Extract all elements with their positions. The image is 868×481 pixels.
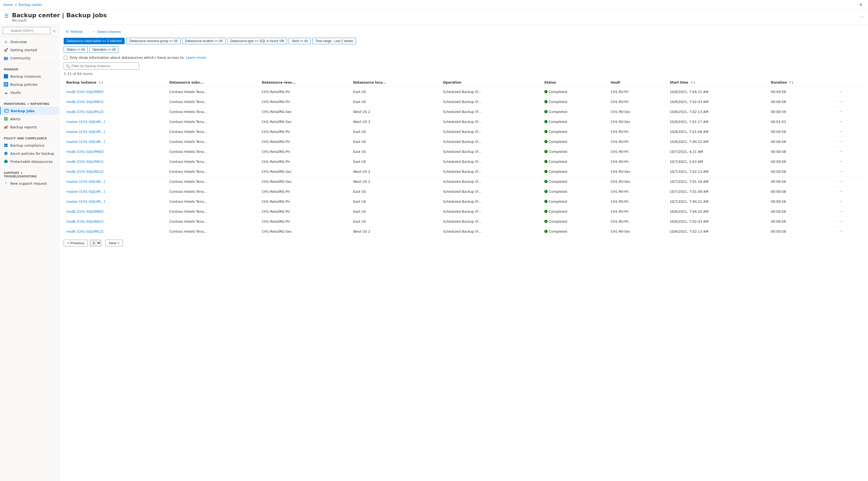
filter-type[interactable]: Datasource type == SQL in Azure VM [227,38,287,44]
cell-more[interactable]: ··· [835,206,864,217]
cell-more[interactable]: ··· [835,177,864,187]
cell-instance[interactable]: master [CH1-SQLVM...] [64,187,167,197]
filter-operation[interactable]: Operation == All [89,46,118,53]
sidebar-collapse-button[interactable]: « [52,28,56,34]
row-more-button[interactable]: ··· [838,138,844,145]
sidebar-item-azure-policies[interactable]: Azure policies for backup [0,149,59,157]
sidebar-item-backup-instances[interactable]: Backup instances [0,72,59,81]
cell-vault: CH1-RV-Pri [608,206,667,217]
col-duration[interactable]: Duration ↑↓ [768,78,835,87]
cell-instance[interactable]: msdb [CH1-SQLVM12] [64,167,167,177]
table-row: msdb [CH1-SQLVM01] Contoso Hotels Tena..… [64,157,864,167]
sidebar-item-community[interactable]: 👥 Community [0,54,59,62]
cell-more[interactable]: ··· [835,187,864,197]
cell-instance[interactable]: msdb [CH1-SQLVM00] [64,147,167,157]
page-select[interactable]: 1 2 3 4 5 6 [90,240,101,247]
cell-more[interactable]: ··· [835,147,864,157]
sidebar-item-backup-policies[interactable]: Backup policies [0,81,59,89]
learn-more-link[interactable]: Learn more. [186,56,207,60]
cell-instance[interactable]: master [CH1-SQLVM...] [64,177,167,187]
row-more-button[interactable]: ··· [838,209,844,214]
cell-instance[interactable]: msdb [CH1-SQLVM01] [64,157,167,167]
sidebar-item-backup-reports[interactable]: Backup reports [0,123,59,131]
row-more-button[interactable]: ··· [838,129,844,134]
cell-instance[interactable]: msdb [CH1-SQLVM12] [64,107,167,117]
cell-start-time: 10/7/2021, 7:02:13 AM [667,167,768,177]
row-more-button[interactable]: ··· [838,89,844,95]
filter-resource-group[interactable]: Datasource resource group == All [126,38,181,44]
filter-location[interactable]: Datasource location == All [182,38,225,44]
backup-instances-icon [4,74,8,78]
row-more-button[interactable]: ··· [838,198,844,204]
row-more-button[interactable]: ··· [838,159,844,164]
cell-operation: Scheduled Backup (F... [440,226,541,236]
cell-more[interactable]: ··· [835,117,864,127]
filter-status[interactable]: Status == All [64,46,88,53]
sidebar-item-vaults[interactable]: ☁ Vaults [0,89,59,97]
row-more-button[interactable]: ··· [838,168,844,174]
cell-more[interactable]: ··· [835,226,864,236]
sidebar-nav: ⊙ Overview 🚀 Getting started 👥 Community… [0,37,59,189]
cell-instance[interactable]: master [CH1-SQLVM...] [64,137,167,147]
sidebar-item-backup-compliance[interactable]: Backup compliance [0,141,59,149]
filter-input[interactable] [64,62,139,70]
row-more-button[interactable]: ··· [838,228,844,234]
cell-instance[interactable]: msdb [CH1-SQLVM01] [64,217,167,226]
sidebar-item-backup-jobs[interactable]: Backup jobs [0,107,59,115]
cell-more[interactable]: ··· [835,217,864,226]
search-input[interactable] [3,27,51,34]
cell-location: West US 2 [350,107,440,117]
col-start-time[interactable]: Start time ↑↓ [667,78,768,87]
status-completed: Completed [544,110,605,114]
cell-instance[interactable]: master [CH1-SQLVM...] [64,197,167,206]
datasource-access-checkbox[interactable] [64,56,67,60]
backup-jobs-table: Backup instance ↑↓ Datasource subs... Da… [64,78,864,236]
more-options-icon[interactable]: ··· [860,14,864,20]
cell-instance[interactable]: msdb [CH1-SQLVM00] [64,87,167,97]
cell-more[interactable]: ··· [835,107,864,117]
cell-status: Completed [541,167,608,177]
cell-instance[interactable]: msdb [CH1-SQLVM01] [64,97,167,107]
cell-more[interactable]: ··· [835,127,864,137]
cell-more[interactable]: ··· [835,137,864,147]
cell-vault: CH1-RV-Sec [608,226,667,236]
refresh-button[interactable]: ↻ Refresh [64,28,85,35]
cell-instance[interactable]: master [CH1-SQLVM...] [64,127,167,137]
breadcrumb-home[interactable]: Home [3,3,13,7]
row-more-button[interactable]: ··· [838,99,844,105]
hamburger-icon[interactable]: ☰ [4,13,9,19]
sidebar-item-overview[interactable]: ⊙ Overview [0,38,59,46]
row-more-button[interactable]: ··· [838,109,844,115]
row-more-button[interactable]: ··· [838,119,844,125]
cell-instance[interactable]: master [CH1-SQLVM...] [64,117,167,127]
cell-more[interactable]: ··· [835,197,864,206]
prev-page-button[interactable]: < Previous [64,240,88,247]
filter-vault[interactable]: Vault == All [289,38,311,44]
row-more-button[interactable]: ··· [838,179,844,185]
row-more-button[interactable]: ··· [838,189,844,194]
cell-subs: Contoso Hotels Tena... [167,197,259,206]
cell-more[interactable]: ··· [835,167,864,177]
cell-more[interactable]: ··· [835,97,864,107]
filter-time-range[interactable]: Time range : Last 2 weeks [312,38,356,44]
sidebar-item-alerts[interactable]: Alerts [0,115,59,123]
cell-instance[interactable]: msdb [CH1-SQLVM12] [64,226,167,236]
breadcrumb-section[interactable]: Backup center [19,3,42,7]
row-more-button[interactable]: ··· [838,218,844,224]
sidebar-item-protectable-datasources[interactable]: Protectable datasources [0,157,59,165]
col-backup-instance[interactable]: Backup instance ↑↓ [64,78,167,87]
select-columns-button[interactable]: → Select columns [90,28,123,35]
next-page-button[interactable]: Next > [105,240,123,247]
cell-vault: CH1-RV-Sec [608,107,667,117]
cell-status: Completed [541,117,608,127]
sidebar-item-new-support[interactable]: ? New support request [0,179,59,187]
cell-more[interactable]: ··· [835,87,864,97]
filter-subscription[interactable]: Datasource subscription == 3 selected [64,38,125,44]
cell-location: East US [350,127,440,137]
close-button[interactable]: ✕ [857,1,865,8]
status-dot-icon [544,120,548,123]
cell-instance[interactable]: msdb [CH1-SQLVM00] [64,206,167,217]
row-more-button[interactable]: ··· [838,149,844,155]
sidebar-item-getting-started[interactable]: 🚀 Getting started [0,46,59,54]
cell-more[interactable]: ··· [835,157,864,167]
